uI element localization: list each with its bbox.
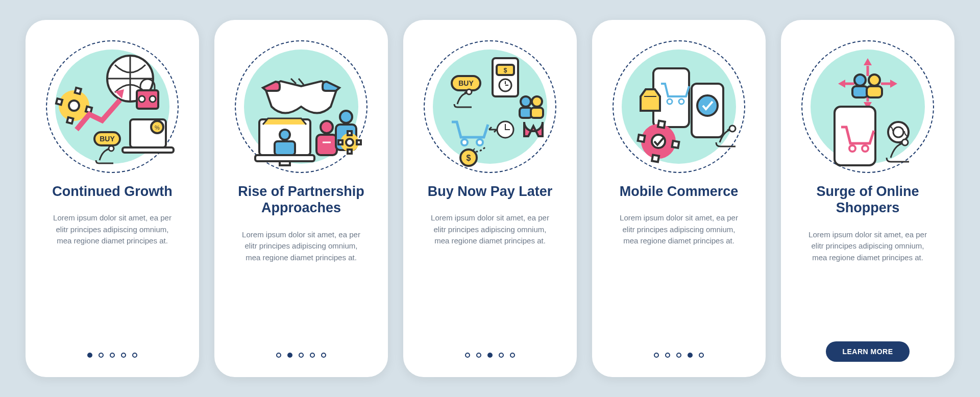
onboarding-card-3: $ BUY $ Buy Now Pay Later Lorem ipsum do… <box>403 20 577 377</box>
svg-rect-42 <box>531 108 543 118</box>
card-title: Mobile Commerce <box>620 183 739 200</box>
dot-1[interactable] <box>654 353 659 358</box>
svg-point-49 <box>667 99 672 104</box>
svg-text:%: % <box>155 125 160 131</box>
dot-5[interactable] <box>132 353 137 358</box>
dot-4[interactable] <box>310 353 315 358</box>
svg-rect-7 <box>67 117 73 123</box>
online-shoppers-icon <box>801 40 934 173</box>
svg-point-39 <box>521 96 531 107</box>
partnership-icon <box>235 40 368 173</box>
card-description: Lorem ipsum dolor sit amet, ea per elitr… <box>429 212 551 247</box>
buy-now-pay-later-icon: $ BUY $ <box>424 40 556 173</box>
svg-point-24 <box>340 111 352 123</box>
card-description: Lorem ipsum dolor sit amet, ea per elitr… <box>240 229 362 264</box>
dot-5[interactable] <box>699 353 704 358</box>
onboarding-card-4: Mobile Commerce Lorem ipsum dolor sit am… <box>592 20 766 377</box>
svg-rect-57 <box>652 155 659 162</box>
dot-2[interactable] <box>476 353 481 358</box>
dot-1[interactable] <box>465 353 470 358</box>
svg-rect-23 <box>316 135 337 155</box>
svg-point-53 <box>729 126 736 132</box>
svg-rect-56 <box>658 121 665 128</box>
dot-3[interactable] <box>676 353 681 358</box>
card-description: Lorem ipsum dolor sit amet, ea per elitr… <box>51 212 174 247</box>
svg-point-43 <box>461 139 468 145</box>
dot-5[interactable] <box>510 353 515 358</box>
svg-point-68 <box>893 127 903 137</box>
card-description: Lorem ipsum dolor sit amet, ea per elitr… <box>806 229 929 264</box>
dot-3[interactable] <box>487 353 493 358</box>
svg-point-69 <box>902 139 908 145</box>
card-title: Continued Growth <box>52 183 172 200</box>
dot-2[interactable] <box>99 353 104 358</box>
pagination-dots <box>276 353 326 358</box>
svg-rect-29 <box>348 150 352 154</box>
svg-rect-59 <box>672 141 679 148</box>
svg-text:$: $ <box>467 154 471 162</box>
pagination-dots <box>465 353 515 358</box>
svg-point-2 <box>139 96 145 102</box>
svg-rect-58 <box>638 135 645 142</box>
card-title: Rise of Partnership Approaches <box>235 183 368 216</box>
svg-point-27 <box>346 139 353 146</box>
svg-point-50 <box>679 99 684 104</box>
pagination-dots <box>654 353 704 358</box>
svg-point-16 <box>109 146 114 151</box>
svg-point-60 <box>854 75 866 86</box>
dot-5[interactable] <box>321 353 326 358</box>
svg-rect-63 <box>867 86 882 97</box>
svg-rect-8 <box>56 98 62 105</box>
dot-4[interactable] <box>121 353 126 358</box>
svg-rect-62 <box>852 86 868 97</box>
svg-point-20 <box>280 130 290 140</box>
svg-point-61 <box>869 75 880 86</box>
svg-text:BUY: BUY <box>100 135 115 143</box>
svg-point-65 <box>849 145 855 152</box>
svg-rect-6 <box>75 88 81 94</box>
svg-point-40 <box>532 96 542 107</box>
dot-1[interactable] <box>87 353 92 358</box>
svg-rect-64 <box>835 107 875 165</box>
dot-4[interactable] <box>688 353 693 358</box>
svg-point-44 <box>477 139 483 145</box>
dot-1[interactable] <box>276 353 281 358</box>
dot-2[interactable] <box>287 353 292 358</box>
mobile-commerce-icon <box>612 40 745 173</box>
learn-more-button[interactable]: LEARN MORE <box>826 341 909 362</box>
svg-rect-19 <box>280 161 290 165</box>
svg-rect-30 <box>338 140 342 144</box>
dot-2[interactable] <box>665 353 670 358</box>
onboarding-card-2: Rise of Partnership Approaches Lorem ips… <box>214 20 388 377</box>
svg-point-3 <box>150 96 156 102</box>
svg-rect-11 <box>122 147 174 153</box>
svg-point-5 <box>69 101 79 111</box>
svg-point-66 <box>862 145 868 152</box>
svg-point-52 <box>697 95 718 116</box>
svg-rect-28 <box>348 131 352 135</box>
card-title: Buy Now Pay Later <box>428 183 553 200</box>
dot-3[interactable] <box>110 353 115 358</box>
card-title: Surge of Online Shoppers <box>801 183 934 216</box>
onboarding-card-5: Surge of Online Shoppers Lorem ipsum dol… <box>781 20 954 377</box>
dot-3[interactable] <box>299 353 304 358</box>
card-description: Lorem ipsum dolor sit amet, ea per elitr… <box>618 212 740 247</box>
svg-point-38 <box>467 89 472 94</box>
svg-point-22 <box>321 121 333 133</box>
svg-rect-31 <box>357 140 361 144</box>
pagination-dots <box>87 353 137 358</box>
growth-icon: % BUY <box>46 40 179 173</box>
svg-rect-21 <box>275 141 295 155</box>
dot-4[interactable] <box>499 353 504 358</box>
svg-text:$: $ <box>504 67 507 74</box>
svg-text:BUY: BUY <box>458 79 474 87</box>
onboarding-card-1: % BUY Continued Growth Lorem ipsum dolor… <box>26 20 199 377</box>
svg-point-55 <box>652 135 665 148</box>
